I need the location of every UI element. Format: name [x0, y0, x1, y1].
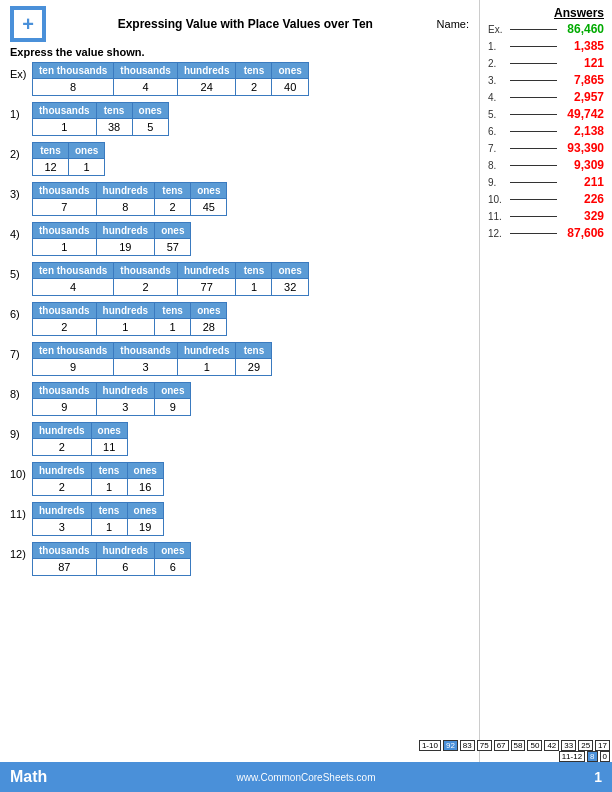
ak-item-value: 121: [559, 56, 604, 70]
ak-item-label: 1.: [488, 41, 510, 52]
ak-line: [510, 97, 557, 98]
cell-value: 1: [91, 479, 127, 496]
pv-table: thousandshundredsones8766: [32, 542, 191, 576]
cell-value: 3: [96, 399, 155, 416]
problem-number: 5): [10, 262, 32, 280]
cell-value: 77: [177, 279, 236, 296]
cell-value: 45: [191, 199, 227, 216]
answer-key-item: 9.211: [488, 175, 604, 189]
cell-value: 19: [96, 239, 155, 256]
cell-value: 1: [155, 319, 191, 336]
ak-item-value: 2,138: [559, 124, 604, 138]
stat-cell: 92: [443, 740, 458, 751]
cell-value: 1: [33, 119, 97, 136]
column-header: tens: [91, 463, 127, 479]
main-content: + Expressing Value with Place Values ove…: [0, 0, 480, 792]
answers-title: Answers: [488, 6, 604, 20]
ak-item-value: 226: [559, 192, 604, 206]
pv-table: hundredstensones3119: [32, 502, 164, 536]
cell-value: 4: [33, 279, 114, 296]
ak-item-label: 2.: [488, 58, 510, 69]
problem-row: 2)tensones121: [10, 142, 469, 176]
ak-line: [510, 199, 557, 200]
cell-value: 1: [69, 159, 105, 176]
footer-page: 1: [594, 769, 602, 785]
cell-value: 19: [127, 519, 163, 536]
stat-cell: 50: [527, 740, 542, 751]
cell-value: 7: [33, 199, 97, 216]
problem-number: 8): [10, 382, 32, 400]
column-header: ones: [272, 63, 308, 79]
ak-item-label: 4.: [488, 92, 510, 103]
logo: +: [10, 6, 46, 42]
cell-value: 1: [33, 239, 97, 256]
footer-math-label: Math: [10, 768, 47, 786]
column-header: thousands: [33, 223, 97, 239]
ak-item-value: 49,742: [559, 107, 604, 121]
cell-value: 2: [33, 479, 92, 496]
column-header: hundreds: [177, 63, 236, 79]
ak-item-label: 3.: [488, 75, 510, 86]
problem-row: 12)thousandshundredsones8766: [10, 542, 469, 576]
answer-key-item: 8.9,309: [488, 158, 604, 172]
column-header: thousands: [33, 543, 97, 559]
pv-table: ten thousandsthousandshundredstens93129: [32, 342, 272, 376]
ak-ex-label: Ex.: [488, 24, 510, 35]
ak-line: [510, 233, 557, 234]
cell-value: 87: [33, 559, 97, 576]
problem-row: 6)thousandshundredstensones21128: [10, 302, 469, 336]
header: + Expressing Value with Place Values ove…: [10, 6, 469, 42]
problem-row: 3)thousandshundredstensones78245: [10, 182, 469, 216]
column-header: thousands: [33, 383, 97, 399]
cell-value: 4: [114, 79, 178, 96]
answer-key-item: 6.2,138: [488, 124, 604, 138]
column-header: tens: [236, 343, 272, 359]
name-label: Name:: [437, 18, 469, 30]
cell-value: 8: [33, 79, 114, 96]
ak-item-label: 9.: [488, 177, 510, 188]
column-header: hundreds: [96, 223, 155, 239]
stat-cell: 67: [494, 740, 509, 751]
stats-row-1: 1-1092837567585042332517: [419, 740, 610, 751]
problem-row: 8)thousandshundredsones939: [10, 382, 469, 416]
column-header: tens: [155, 303, 191, 319]
cell-value: 5: [132, 119, 168, 136]
cell-value: 1: [96, 319, 155, 336]
stat-cell: 8: [587, 751, 597, 762]
stat-cell: 75: [477, 740, 492, 751]
cell-value: 2: [155, 199, 191, 216]
pv-table: tensones121: [32, 142, 105, 176]
answer-key-example: Ex.86,460: [488, 22, 604, 36]
example-problem: Ex) ten thousandsthousandshundredstenson…: [10, 62, 469, 96]
column-header: ones: [155, 543, 191, 559]
instruction: Express the value shown.: [10, 46, 469, 58]
column-header: tens: [155, 183, 191, 199]
column-header: ones: [191, 303, 227, 319]
column-header: ten thousands: [33, 63, 114, 79]
answer-key-item: 10.226: [488, 192, 604, 206]
footer: Math www.CommonCoreSheets.com 1: [0, 762, 612, 792]
column-header: thousands: [33, 303, 97, 319]
problem-number: 1): [10, 102, 32, 120]
problem-number: 11): [10, 502, 32, 520]
column-header: thousands: [114, 343, 178, 359]
stat-cell: 58: [511, 740, 526, 751]
problem-number: 6): [10, 302, 32, 320]
cell-value: 28: [191, 319, 227, 336]
column-header: ones: [127, 503, 163, 519]
cell-value: 40: [272, 79, 308, 96]
column-header: hundreds: [177, 263, 236, 279]
pv-table: thousandshundredsones11957: [32, 222, 191, 256]
answer-key-item: 11.329: [488, 209, 604, 223]
problem-number: 9): [10, 422, 32, 440]
cell-value: 2: [236, 79, 272, 96]
answer-key-item: 12.87,606: [488, 226, 604, 240]
problem-row: 4)thousandshundredsones11957: [10, 222, 469, 256]
pv-table: hundredstensones2116: [32, 462, 164, 496]
stat-cell: 0: [600, 751, 610, 762]
answer-key-item: 4.2,957: [488, 90, 604, 104]
problems-container: 1)thousandstensones13852)tensones1213)th…: [10, 102, 469, 576]
column-header: thousands: [114, 63, 178, 79]
column-header: hundreds: [96, 183, 155, 199]
column-header: ten thousands: [33, 263, 114, 279]
